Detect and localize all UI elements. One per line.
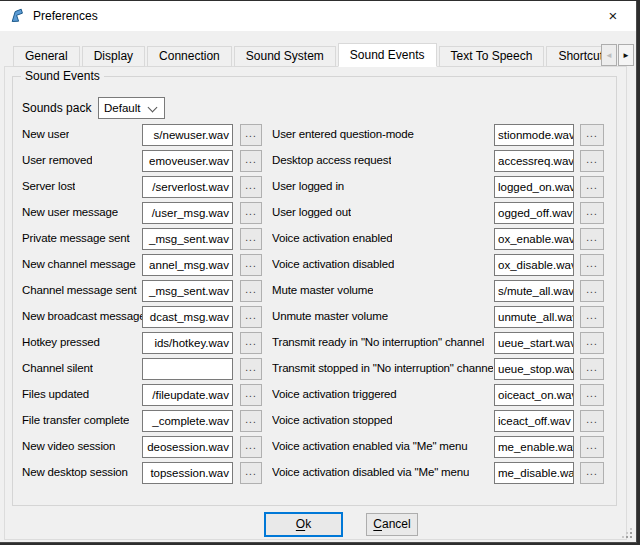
browse-button[interactable]: ... [580,306,604,328]
sound-file-input[interactable]: ogged_off.wav [494,202,574,224]
sound-event-row: Transmit ready in "No interruption" chan… [0,332,637,354]
sound-event-row: User entered question-modestionmode.wav.… [0,124,637,146]
titlebar: Preferences × [0,1,636,31]
preferences-window: Preferences × GeneralDisplayConnectionSo… [0,1,637,543]
tab-display[interactable]: Display [82,46,145,67]
sound-file-input[interactable]: logged_on.wav [494,176,574,198]
event-label: Voice activation triggered [272,388,397,400]
cancel-button[interactable]: Cancel [366,513,418,536]
sound-file-input[interactable]: ueue_stop.wav [494,358,574,380]
sound-event-row: Voice activation enabledox_enable.wav... [0,228,637,250]
sound-file-input[interactable]: s/mute_all.wav [494,280,574,302]
tab-bar: GeneralDisplayConnectionSound SystemSoun… [13,43,601,67]
tab-label: General [25,49,68,63]
browse-button[interactable]: ... [580,124,604,146]
browse-button[interactable]: ... [580,358,604,380]
event-label: User logged out [272,206,351,218]
tab-label: Sound System [246,49,324,63]
window-title: Preferences [33,9,98,23]
browse-button[interactable]: ... [580,462,604,484]
sound-file-input[interactable]: ox_disable.wav [494,254,574,276]
sound-event-row: Unmute master volumeunmute_all.wav... [0,306,637,328]
tab-label: Shortcuts [558,49,601,63]
tab-sound-events[interactable]: Sound Events [338,43,437,67]
browse-button[interactable]: ... [580,202,604,224]
sound-event-row: User logged outogged_off.wav... [0,202,637,224]
browse-button[interactable]: ... [580,436,604,458]
sound-event-row: Voice activation disabled via "Me" menum… [0,462,637,484]
ok-button[interactable]: Ok [264,512,343,537]
chevron-down-icon [148,103,158,113]
browse-button[interactable]: ... [580,332,604,354]
tab-label: Sound Events [350,48,425,62]
sound-event-row: Voice activation disabledox_disable.wav.… [0,254,637,276]
tab-general[interactable]: General [13,46,80,67]
sound-event-row: Voice activation stoppediceact_off.wav..… [0,410,637,432]
sound-file-input[interactable]: accessreq.wav [494,150,574,172]
tab-sound-system[interactable]: Sound System [234,46,336,67]
browse-button[interactable]: ... [580,410,604,432]
event-label: Unmute master volume [272,310,388,322]
sound-event-row: Mute master volumes/mute_all.wav... [0,280,637,302]
tab-connection[interactable]: Connection [147,46,232,67]
sound-event-row: Voice activation triggeredoiceact_on.wav… [0,384,637,406]
sound-event-row: Voice activation enabled via "Me" menume… [0,436,637,458]
tab-text-to-speech[interactable]: Text To Speech [439,46,545,67]
groupbox-title: Sound Events [21,69,104,83]
sound-file-input[interactable]: ox_enable.wav [494,228,574,250]
browse-button[interactable]: ... [580,384,604,406]
sound-file-input[interactable]: iceact_off.wav [494,410,574,432]
event-label: Voice activation disabled via "Me" menu [272,466,469,478]
event-label: Mute master volume [272,284,373,296]
sounds-pack-value: Default [104,102,140,114]
sound-file-input[interactable]: stionmode.wav [494,124,574,146]
event-label: User logged in [272,180,344,192]
browse-button[interactable]: ... [580,228,604,250]
background: { "window": { "title": "Preferences", "c… [0,0,640,545]
event-label: Voice activation disabled [272,258,394,270]
sounds-pack-select[interactable]: Default [98,97,165,119]
tab-label: Connection [159,49,220,63]
tab-label: Text To Speech [451,49,533,63]
event-label: Voice activation enabled [272,232,392,244]
event-label: Transmit stopped in "No interruption" ch… [272,362,493,374]
event-label: User entered question-mode [272,128,414,140]
event-label: Transmit ready in "No interruption" chan… [272,336,484,348]
browse-button[interactable]: ... [580,150,604,172]
sound-event-row: User logged inlogged_on.wav... [0,176,637,198]
resize-grip[interactable] [620,526,634,540]
sounds-pack-label: Sounds pack [22,101,91,115]
sound-file-input[interactable]: oiceact_on.wav [494,384,574,406]
sound-file-input[interactable]: me_disable.wav [494,462,574,484]
browse-button[interactable]: ... [580,176,604,198]
tab-label: Display [94,49,133,63]
tab-scroll-left-icon[interactable]: ◄ [601,44,617,66]
browse-button[interactable]: ... [580,280,604,302]
sound-event-row: Transmit stopped in "No interruption" ch… [0,358,637,380]
tab-shortcuts[interactable]: Shortcuts [546,46,601,67]
sound-file-input[interactable]: ueue_start.wav [494,332,574,354]
app-icon [9,8,25,24]
sound-file-input[interactable]: unmute_all.wav [494,306,574,328]
event-label: Voice activation enabled via "Me" menu [272,440,468,452]
tab-scroll-right-icon[interactable]: ► [618,44,634,66]
close-icon[interactable]: × [596,1,630,30]
event-label: Voice activation stopped [272,414,392,426]
sound-file-input[interactable]: me_enable.wav [494,436,574,458]
event-label: Desktop access request [272,154,391,166]
sound-event-row: Desktop access requestaccessreq.wav... [0,150,637,172]
browse-button[interactable]: ... [580,254,604,276]
